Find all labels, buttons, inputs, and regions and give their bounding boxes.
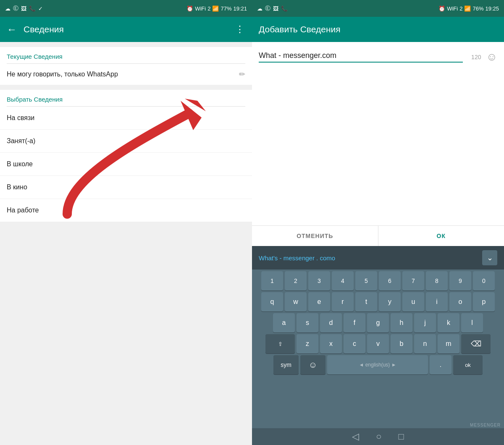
key-e[interactable]: e <box>308 292 330 312</box>
key-7[interactable]: 7 <box>402 271 424 291</box>
enter-key[interactable]: OK <box>453 355 483 374</box>
status-option-2[interactable]: В школе <box>0 153 252 176</box>
key-1[interactable]: 1 <box>261 271 283 291</box>
key-a[interactable]: a <box>273 313 295 332</box>
number-row: 1 2 3 4 5 6 7 8 9 0 <box>254 271 502 291</box>
delete-key[interactable]: ⌫ <box>461 334 491 353</box>
select-section-label: Выбрать Сведения <box>0 90 252 106</box>
select-section: Выбрать Сведения На связи Занят(-а) В шк… <box>0 90 252 222</box>
char-count: 120 <box>471 54 481 60</box>
right-panel: ☁ Ⓔ 🖼 📞 ⏰ WiFi 2 📶 76% 19:25 Добавить Св… <box>252 0 504 445</box>
key-c[interactable]: c <box>344 334 365 353</box>
signal-bars: 📶 <box>212 5 219 12</box>
key-6[interactable]: 6 <box>379 271 401 291</box>
key-o[interactable]: o <box>449 292 471 312</box>
action-buttons: ОТМЕНИТЬ ОК <box>252 225 504 246</box>
key-j[interactable]: j <box>414 313 436 332</box>
left-status-right: ⏰ WiFi 2 📶 77% 19:21 <box>186 5 247 12</box>
image-icon: 🖼 <box>21 5 26 12</box>
edit-icon[interactable]: ✏ <box>239 70 245 79</box>
chevron-down-icon: ⌄ <box>487 253 493 262</box>
e-icon: Ⓔ <box>13 5 18 12</box>
status-option-4[interactable]: На работе <box>0 199 252 222</box>
alarm-icon: ⏰ <box>186 5 193 12</box>
status-option-1[interactable]: Занят(-а) <box>0 130 252 153</box>
shift-key[interactable]: ⇧ <box>265 334 295 353</box>
key-5[interactable]: 5 <box>355 271 377 291</box>
input-spacer <box>252 70 504 225</box>
alarm-icon-r: ⏰ <box>438 5 445 12</box>
key-k[interactable]: k <box>438 313 459 332</box>
nav-recents-icon[interactable]: □ <box>399 431 404 442</box>
current-status-row: Не могу говорить, только WhatsApp ✏ <box>0 64 252 85</box>
right-toolbar: Добавить Сведения <box>252 17 504 42</box>
key-9[interactable]: 9 <box>449 271 471 291</box>
key-q[interactable]: q <box>261 292 283 312</box>
emoji-button[interactable]: ☺ <box>486 50 497 63</box>
key-w[interactable]: w <box>285 292 307 312</box>
key-8[interactable]: 8 <box>426 271 448 291</box>
zxcv-row: ⇧ z x c v b n m ⌫ <box>254 334 502 353</box>
key-3[interactable]: 3 <box>308 271 330 291</box>
sym-key[interactable]: Sym <box>273 355 299 374</box>
left-time: 19:21 <box>233 5 247 12</box>
key-d[interactable]: d <box>320 313 342 332</box>
bottom-nav-bar: ◁ ○ □ <box>252 428 504 445</box>
key-4[interactable]: 4 <box>332 271 354 291</box>
current-status-card: Текущие Сведения Не могу говорить, тольк… <box>0 47 252 85</box>
key-f[interactable]: f <box>344 313 365 332</box>
key-x[interactable]: x <box>320 334 342 353</box>
cloud-icon: ☁ <box>5 5 10 12</box>
signal-badge-r: 2 <box>459 5 462 12</box>
key-m[interactable]: m <box>438 334 459 353</box>
period-key[interactable]: . <box>430 355 452 374</box>
wifi-icon-r: WiFi <box>447 5 458 12</box>
more-button[interactable]: ⋮ <box>235 24 245 35</box>
key-u[interactable]: u <box>402 292 424 312</box>
keyboard: 1 2 3 4 5 6 7 8 9 0 q w e r t y u i o p … <box>252 270 504 428</box>
key-s[interactable]: s <box>297 313 318 332</box>
key-t[interactable]: t <box>355 292 377 312</box>
right-time: 19:25 <box>485 5 499 12</box>
battery-pct: 77% <box>220 5 231 12</box>
spacebar-key[interactable]: ◄ English(US) ► <box>327 355 428 374</box>
back-button[interactable]: ← <box>7 24 17 35</box>
status-option-0[interactable]: На связи <box>0 107 252 130</box>
key-z[interactable]: z <box>297 334 318 353</box>
battery-pct-r: 76% <box>472 5 483 12</box>
nav-back-icon[interactable]: ◁ <box>352 431 359 442</box>
suggestion-arrow-btn[interactable]: ⌄ <box>482 250 497 265</box>
key-b[interactable]: b <box>391 334 412 353</box>
signal-badge: 2 <box>207 5 210 12</box>
key-n[interactable]: n <box>414 334 436 353</box>
key-g[interactable]: g <box>367 313 389 332</box>
cloud-icon-r: ☁ <box>257 5 262 12</box>
phone-icon-r: 📞 <box>281 5 288 12</box>
emoji-key[interactable]: ☺ <box>300 355 326 374</box>
key-h[interactable]: h <box>391 313 412 332</box>
ok-button[interactable]: ОК <box>378 226 504 246</box>
left-toolbar-title: Сведения <box>24 24 228 34</box>
key-y[interactable]: y <box>379 292 401 312</box>
cancel-button[interactable]: ОТМЕНИТЬ <box>252 226 378 246</box>
key-l[interactable]: l <box>461 313 483 332</box>
key-r[interactable]: r <box>332 292 354 312</box>
current-status-text: Не могу говорить, только WhatsApp <box>7 70 239 79</box>
suggestion-bar: What's - messenger . como ⌄ <box>252 246 504 270</box>
key-p[interactable]: p <box>473 292 495 312</box>
input-area: What - messenger.com 120 ☺ <box>252 42 504 70</box>
nav-home-icon[interactable]: ○ <box>376 431 381 442</box>
left-status-bar: ☁ Ⓔ 🖼 📞 ✓ ⏰ WiFi 2 📶 77% 19:21 <box>0 0 252 17</box>
status-option-3[interactable]: В кино <box>0 176 252 199</box>
key-i[interactable]: i <box>426 292 448 312</box>
key-v[interactable]: v <box>367 334 389 353</box>
key-2[interactable]: 2 <box>285 271 307 291</box>
text-input-wrapper[interactable]: What - messenger.com <box>259 51 463 63</box>
qwerty-row: q w e r t y u i o p <box>254 292 502 312</box>
left-toolbar: ← Сведения ⋮ <box>0 17 252 42</box>
right-toolbar-title: Добавить Сведения <box>259 24 341 34</box>
image-icon-r: 🖼 <box>273 5 278 12</box>
key-0[interactable]: 0 <box>473 271 495 291</box>
right-status-bar: ☁ Ⓔ 🖼 📞 ⏰ WiFi 2 📶 76% 19:25 <box>252 0 504 17</box>
left-status-icons: ☁ Ⓔ 🖼 📞 ✓ <box>5 5 43 12</box>
